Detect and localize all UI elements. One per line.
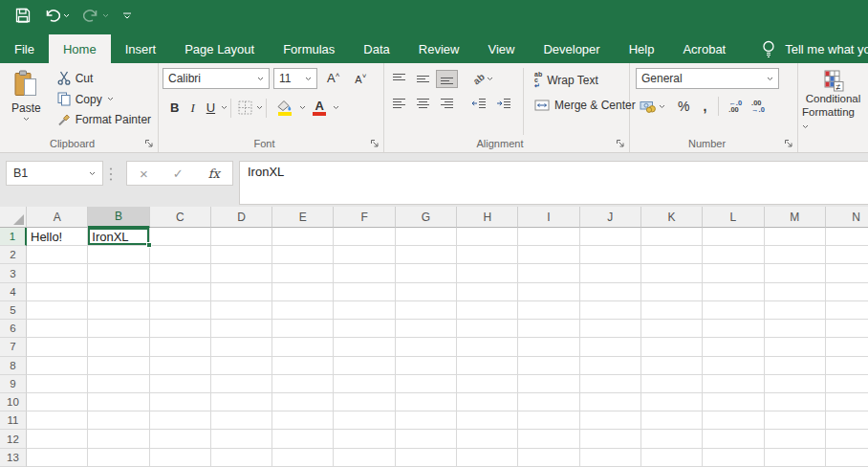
cell-E5[interactable] (272, 301, 334, 320)
tab-insert[interactable]: Insert (111, 34, 171, 63)
cell-M8[interactable] (765, 357, 826, 375)
cell-M12[interactable] (765, 430, 826, 448)
cell-M10[interactable] (765, 393, 826, 411)
save-button[interactable] (15, 8, 31, 23)
cell-N3[interactable] (826, 264, 868, 282)
cell-F10[interactable] (334, 393, 395, 411)
column-header-G[interactable]: G (396, 207, 457, 228)
cell-J2[interactable] (580, 246, 641, 264)
cell-A4[interactable] (27, 283, 88, 301)
align-left-button[interactable] (388, 95, 410, 113)
cell-I8[interactable] (518, 357, 579, 375)
formula-input[interactable]: IronXL (239, 161, 868, 205)
cell-K13[interactable] (641, 449, 703, 467)
cell-L1[interactable] (703, 228, 764, 246)
cell-D7[interactable] (211, 338, 272, 356)
cell-M9[interactable] (765, 375, 826, 393)
cell-F8[interactable] (334, 357, 395, 375)
cell-L13[interactable] (703, 449, 764, 467)
format-painter-button[interactable]: Format Painter (54, 111, 154, 128)
cell-A5[interactable] (27, 301, 88, 320)
cell-L5[interactable] (703, 301, 764, 320)
cell-J1[interactable] (580, 228, 641, 246)
cell-L7[interactable] (703, 338, 764, 356)
cell-L6[interactable] (703, 320, 764, 338)
cell-L4[interactable] (703, 283, 764, 301)
cell-D6[interactable] (211, 320, 272, 338)
cell-J13[interactable] (580, 449, 641, 467)
borders-button[interactable] (234, 98, 256, 118)
cell-M4[interactable] (765, 283, 826, 301)
cell-B13[interactable] (88, 449, 149, 467)
tab-formulas[interactable]: Formulas (269, 34, 349, 63)
font-dialog-launcher-icon[interactable] (370, 139, 380, 148)
cell-A12[interactable] (27, 430, 88, 448)
cell-A10[interactable] (27, 393, 88, 411)
cell-B10[interactable] (88, 393, 149, 411)
cell-C1[interactable] (150, 228, 211, 246)
cell-E3[interactable] (272, 264, 334, 282)
number-dialog-launcher-icon[interactable] (784, 139, 793, 148)
name-box[interactable]: B1 (6, 161, 103, 186)
middle-align-button[interactable] (412, 70, 434, 88)
undo-button[interactable] (44, 9, 70, 22)
column-header-M[interactable]: M (765, 207, 826, 228)
cell-J6[interactable] (580, 320, 641, 338)
cell-K1[interactable] (641, 228, 703, 246)
cell-M13[interactable] (765, 449, 826, 467)
cell-N6[interactable] (826, 320, 868, 338)
cell-D4[interactable] (211, 283, 272, 301)
cell-M2[interactable] (765, 246, 826, 264)
chevron-down-icon[interactable] (102, 13, 109, 18)
redo-button[interactable] (83, 9, 109, 22)
cell-G4[interactable] (396, 283, 457, 301)
cell-H10[interactable] (457, 393, 518, 411)
customize-quick-access-button[interactable] (122, 11, 132, 20)
cell-J11[interactable] (580, 411, 641, 430)
align-center-button[interactable] (412, 95, 434, 113)
column-header-L[interactable]: L (703, 207, 764, 228)
clipboard-dialog-launcher-icon[interactable] (144, 139, 154, 148)
cell-N4[interactable] (826, 283, 868, 301)
cell-F3[interactable] (334, 264, 395, 282)
cell-D12[interactable] (211, 430, 272, 448)
cell-J8[interactable] (580, 357, 641, 375)
tab-data[interactable]: Data (349, 34, 403, 63)
row-header-3[interactable]: 3 (0, 264, 27, 282)
chevron-down-icon[interactable] (63, 13, 70, 18)
column-header-C[interactable]: C (150, 207, 211, 228)
cell-K7[interactable] (641, 338, 703, 356)
cell-H5[interactable] (457, 301, 518, 320)
cell-G12[interactable] (396, 430, 457, 448)
cell-E8[interactable] (272, 357, 334, 375)
row-header-1[interactable]: 1 (0, 228, 27, 246)
cell-G10[interactable] (396, 393, 457, 411)
cell-I9[interactable] (518, 375, 579, 393)
cell-G8[interactable] (396, 357, 457, 375)
cell-E10[interactable] (272, 393, 334, 411)
cell-G5[interactable] (396, 301, 457, 320)
cell-N2[interactable] (826, 246, 868, 264)
cell-C4[interactable] (150, 283, 211, 301)
bottom-align-button[interactable] (436, 70, 458, 88)
paste-button[interactable]: Paste (4, 68, 49, 128)
cell-B4[interactable] (88, 283, 149, 301)
cell-C9[interactable] (150, 375, 211, 393)
column-header-E[interactable]: E (272, 207, 334, 228)
cell-A3[interactable] (27, 264, 88, 282)
cell-N8[interactable] (826, 357, 868, 375)
cell-J10[interactable] (580, 393, 641, 411)
decrease-font-size-button[interactable]: A˅ (349, 71, 372, 86)
cell-L8[interactable] (703, 357, 764, 375)
cell-B8[interactable] (88, 357, 149, 375)
row-header-8[interactable]: 8 (0, 357, 27, 375)
row-header-2[interactable]: 2 (0, 246, 27, 264)
increase-decimal-button[interactable]: ←.0.00 (726, 99, 745, 114)
cell-K12[interactable] (641, 430, 703, 448)
cell-N11[interactable] (826, 411, 868, 430)
top-align-button[interactable] (388, 70, 410, 88)
cell-M3[interactable] (765, 264, 826, 282)
cell-E4[interactable] (272, 283, 334, 301)
cell-M7[interactable] (765, 338, 826, 356)
percent-style-button[interactable]: % (673, 99, 694, 114)
